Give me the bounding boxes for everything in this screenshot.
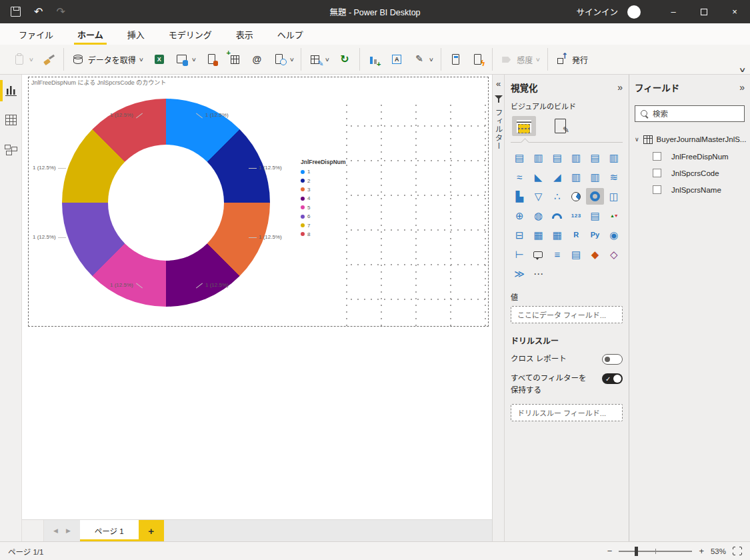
legend-item[interactable]: 5 <box>301 203 346 212</box>
table-icon[interactable]: ▦ <box>529 227 547 243</box>
kpi-icon[interactable]: ▲▼ <box>605 207 623 224</box>
filled-map-icon[interactable]: ◍ <box>529 207 547 224</box>
sidebar-item-data-view[interactable] <box>0 109 22 131</box>
line-and-stacked-column-chart-icon[interactable]: ▥ <box>567 169 585 185</box>
donut-chart[interactable] <box>62 99 270 307</box>
decomposition-tree-icon[interactable]: ⊢ <box>511 246 528 263</box>
report-page[interactable]: JnlFreeDispNum による JnlSpcrsCode のカウント Jn… <box>22 75 492 519</box>
100-stacked-column-chart-icon[interactable]: ▥ <box>605 149 623 166</box>
python-visual-icon[interactable]: Py <box>586 227 603 243</box>
tab-home[interactable]: ホーム <box>65 23 115 45</box>
table-tree-row[interactable]: ∨ BuyerJournalMasterJnlS... <box>635 131 745 148</box>
gauge-icon[interactable] <box>549 207 566 224</box>
power-apps-icon[interactable]: ◇ <box>605 246 623 263</box>
smart-narrative-icon[interactable]: ≡ <box>549 246 566 263</box>
minimize-button[interactable]: – <box>658 0 689 23</box>
add-page-button[interactable]: + <box>139 520 164 541</box>
dataverse-button[interactable] <box>248 50 267 69</box>
quick-measure-button[interactable] <box>469 50 487 69</box>
fit-to-page-icon[interactable] <box>733 547 742 555</box>
sidebar-item-model-view[interactable] <box>0 139 22 160</box>
key-influencers-icon[interactable]: ◉ <box>605 227 623 243</box>
more-visuals-ellipsis-icon[interactable]: ⋯ <box>529 265 547 282</box>
area-chart-icon[interactable]: ◣ <box>529 169 547 185</box>
undo-icon[interactable]: ↶ <box>34 7 43 17</box>
legend-item[interactable]: 3 <box>301 185 346 194</box>
prev-page-arrow-icon[interactable]: ◀ <box>53 527 58 534</box>
donut-visual-container[interactable]: JnlFreeDispNum による JnlSpcrsCode のカウント Jn… <box>28 77 489 327</box>
legend-item[interactable]: 6 <box>301 212 346 221</box>
field-row[interactable]: JnlSpcrsName <box>635 181 745 198</box>
multi-row-card-icon[interactable]: ▤ <box>586 207 603 224</box>
chevron-down-icon[interactable]: ∨ <box>635 136 639 143</box>
field-checkbox[interactable] <box>653 152 661 161</box>
tab-build-visual[interactable] <box>512 116 536 136</box>
new-visual-button[interactable] <box>365 50 383 69</box>
paginated-report-icon[interactable]: ▤ <box>567 246 585 263</box>
matrix-icon[interactable]: ▦ <box>549 227 566 243</box>
sidebar-item-report-view[interactable] <box>0 80 22 101</box>
power-automate-icon[interactable]: ≫ <box>511 265 528 282</box>
clustered-bar-chart-icon[interactable]: ▤ <box>549 149 566 166</box>
search-input[interactable] <box>653 110 739 118</box>
line-and-clustered-column-chart-icon[interactable]: ▥ <box>586 169 603 185</box>
legend-item[interactable]: 7 <box>301 221 346 229</box>
field-row[interactable]: JnlFreeDispNum <box>635 148 745 165</box>
expand-filters-chevron-icon[interactable]: « <box>496 79 501 89</box>
arcgis-map-icon[interactable]: ◆ <box>586 246 603 263</box>
keep-filters-toggle[interactable] <box>602 373 623 384</box>
maximize-button[interactable] <box>689 0 719 23</box>
tab-format-visual[interactable] <box>555 119 567 133</box>
format-painter-button[interactable] <box>40 50 59 69</box>
r-script-visual-icon[interactable]: R <box>567 227 585 243</box>
excel-workbook-button[interactable] <box>150 50 169 69</box>
slicer-icon[interactable]: ⊟ <box>511 227 528 243</box>
get-data-button[interactable]: データを取得∨ <box>69 50 146 69</box>
ribbon-chart-icon[interactable]: ≋ <box>605 169 623 185</box>
tab-view[interactable]: 表示 <box>224 23 265 45</box>
enter-data-button[interactable] <box>203 50 221 69</box>
100-stacked-bar-chart-icon[interactable]: ▤ <box>586 149 603 166</box>
recent-sources-button[interactable]: ∨ <box>271 50 297 69</box>
values-field-well[interactable]: ここにデータ フィールド... <box>511 306 623 323</box>
legend-item[interactable]: 8 <box>301 230 346 239</box>
new-measure-button[interactable] <box>446 50 465 69</box>
refresh-button[interactable] <box>336 50 355 69</box>
signin-button[interactable]: サインイン <box>576 5 618 18</box>
field-checkbox[interactable] <box>653 185 661 194</box>
legend-item[interactable]: 2 <box>301 176 346 185</box>
funnel-chart-icon[interactable]: ▽ <box>529 188 547 205</box>
zoom-in-button[interactable]: + <box>699 546 704 556</box>
clustered-column-chart-icon[interactable]: ▥ <box>567 149 585 166</box>
treemap-icon[interactable]: ◫ <box>605 188 623 205</box>
donut-chart-icon[interactable] <box>586 188 603 205</box>
cross-report-toggle[interactable] <box>602 354 623 365</box>
more-visuals-button[interactable]: ∨ <box>410 50 436 69</box>
close-button[interactable]: × <box>719 0 750 23</box>
collapse-ribbon-chevron-icon[interactable]: ∨ <box>738 66 746 73</box>
zoom-slider-thumb[interactable] <box>635 547 638 556</box>
legend-item[interactable]: 4 <box>301 194 346 203</box>
collapse-visualizations-chevron-icon[interactable]: » <box>617 82 623 93</box>
scatter-chart-icon[interactable]: ∴ <box>549 188 566 205</box>
map-icon[interactable]: ⊕ <box>511 207 528 224</box>
stacked-column-chart-icon[interactable]: ▥ <box>529 149 547 166</box>
tab-insert[interactable]: 挿入 <box>115 23 157 45</box>
new-table-button[interactable] <box>225 50 244 69</box>
publish-button[interactable]: 発行 <box>553 50 591 69</box>
line-chart-icon[interactable]: ≈ <box>511 169 528 185</box>
zoom-slider[interactable] <box>619 551 692 552</box>
tab-file[interactable]: ファイル <box>7 23 65 45</box>
field-row[interactable]: JnlSpcrsCode <box>635 165 745 181</box>
waterfall-chart-icon[interactable]: ▙ <box>511 188 528 205</box>
qa-visual-icon[interactable] <box>529 246 547 263</box>
next-page-arrow-icon[interactable]: ▶ <box>66 527 71 534</box>
text-box-button[interactable] <box>387 50 406 69</box>
drillthrough-field-well[interactable]: ドリルスルー フィールド... <box>511 404 623 421</box>
transform-data-button[interactable]: ∨ <box>306 50 332 69</box>
data-hub-button[interactable]: ∨ <box>173 50 199 69</box>
collapse-fields-chevron-icon[interactable]: » <box>739 82 745 93</box>
legend-item[interactable]: 1 <box>301 167 346 176</box>
field-checkbox[interactable] <box>653 169 661 177</box>
pie-chart-icon[interactable] <box>567 188 585 205</box>
